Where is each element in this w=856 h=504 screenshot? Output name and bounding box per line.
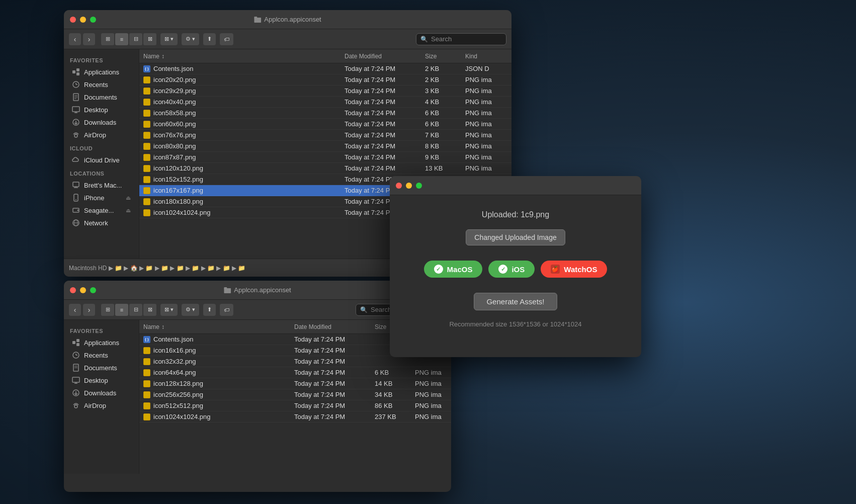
sidebar-item-iphone-top[interactable]: iPhone ⏏ — [66, 192, 137, 204]
close-button-top[interactable] — [70, 17, 76, 23]
finder-title-text-top: Applcon.appiconset — [264, 16, 321, 23]
minimize-button-bottom[interactable] — [80, 287, 86, 293]
view-icon-top[interactable]: ⊞ — [101, 33, 114, 45]
toolbar-top: ‹ › ⊞ ≡ ⊟ ⊠ ⊠ ▾ ⚙ ▾ ⬆ 🏷 🔍 Search — [64, 29, 511, 49]
view-gallery-top[interactable]: ⊠ — [143, 33, 156, 45]
change-image-button[interactable]: Changed Uploaded Image — [466, 229, 565, 245]
table-row[interactable]: icon32x32.png Today at 7:24 PM — [139, 356, 451, 367]
nav-buttons-bottom[interactable]: ‹ › — [69, 304, 95, 316]
col-size-top[interactable]: Size — [421, 49, 461, 63]
table-row[interactable]: icon76x76.png Today at 7:24 PM 7 KB PNG … — [139, 130, 511, 141]
forward-button-bottom[interactable]: › — [83, 304, 95, 316]
table-row[interactable]: icon20x20.png Today at 7:24 PM 2 KB PNG … — [139, 74, 511, 86]
sidebar-item-recents-bottom[interactable]: Recents — [66, 349, 137, 361]
maximize-button-bottom[interactable] — [90, 287, 96, 293]
minimize-button-app[interactable] — [406, 183, 412, 189]
search-bar-top[interactable]: 🔍 Search — [416, 33, 506, 45]
sidebar-item-seagate-top[interactable]: Seagate... ⏏ — [66, 204, 137, 216]
file-name-cell: icon64x64.png — [139, 369, 290, 376]
search-placeholder-bottom: Search — [371, 306, 391, 313]
table-row[interactable]: icon64x64.png Today at 7:24 PM 6 KB PNG … — [139, 367, 451, 378]
view-buttons-top[interactable]: ⊞ ≡ ⊟ ⊠ — [101, 33, 156, 45]
watchos-button[interactable]: 🍎 WatchOS — [541, 261, 607, 278]
sidebar-item-recents-top[interactable]: Recents — [66, 78, 137, 91]
view-list-bottom[interactable]: ≡ — [115, 304, 128, 316]
view-icon-bottom[interactable]: ⊞ — [101, 304, 114, 316]
eject-icon-iphone-top[interactable]: ⏏ — [126, 195, 131, 201]
file-name-cell: icon167x167.png — [139, 187, 340, 194]
table-row[interactable]: icon256x256.png Today at 7:24 PM 34 KB P… — [139, 389, 451, 400]
tag-button-top[interactable]: 🏷 — [220, 33, 233, 45]
folder-icon-title — [254, 16, 261, 23]
forward-button-top[interactable]: › — [83, 33, 95, 45]
table-row[interactable]: icon40x40.png Today at 7:24 PM 4 KB PNG … — [139, 97, 511, 108]
table-row[interactable]: icon29x29.png Today at 7:24 PM 3 KB PNG … — [139, 86, 511, 97]
col-kind-top[interactable]: Kind — [461, 49, 511, 63]
sidebar-item-applications-bottom[interactable]: Applications — [66, 337, 137, 349]
sidebar-item-applications-top[interactable]: Applications — [66, 66, 137, 78]
col-modified-top[interactable]: Date Modified — [340, 49, 421, 63]
minimize-button-top[interactable] — [80, 17, 86, 23]
desktop-icon-top — [72, 106, 80, 114]
view-list-top[interactable]: ≡ — [115, 33, 128, 45]
close-button-bottom[interactable] — [70, 287, 76, 293]
table-row[interactable]: icon120x120.png Today at 7:24 PM 13 KB P… — [139, 163, 511, 174]
gear-button-top[interactable]: ⚙ ▾ — [182, 33, 199, 45]
file-name-cell: icon120x120.png — [139, 164, 340, 172]
sidebar-item-airdrop-top[interactable]: AirDrop — [66, 129, 137, 141]
view-options-top[interactable]: ⊠ ▾ — [160, 33, 178, 45]
macos-button[interactable]: ✓ MacOS — [424, 261, 483, 278]
view-gallery-bottom[interactable]: ⊠ — [143, 304, 156, 316]
traffic-lights-bottom[interactable] — [70, 287, 96, 293]
view-column-top[interactable]: ⊟ — [129, 33, 142, 45]
ios-label: iOS — [511, 265, 525, 274]
sidebar-item-bretsmac-top[interactable]: Brett's Mac... — [66, 179, 137, 191]
share-button-bottom[interactable]: ⬆ — [203, 304, 216, 316]
eject-icon-seagate-top[interactable]: ⏏ — [126, 207, 131, 214]
sidebar-item-downloads-bottom[interactable]: Downloads — [66, 387, 137, 399]
traffic-lights-top[interactable] — [70, 17, 96, 23]
back-button-top[interactable]: ‹ — [69, 33, 81, 45]
sidebar-item-airdrop-bottom[interactable]: AirDrop — [66, 399, 137, 411]
gear-button-bottom[interactable]: ⚙ ▾ — [182, 304, 199, 316]
table-row[interactable]: icon58x58.png Today at 7:24 PM 6 KB PNG … — [139, 108, 511, 119]
platform-buttons: ✓ MacOS ✓ iOS 🍎 WatchOS — [424, 261, 608, 278]
macos-check-icon: ✓ — [434, 265, 443, 274]
col-modified-bottom[interactable]: Date Modified — [290, 320, 371, 333]
table-row[interactable]: icon87x87.png Today at 7:24 PM 9 KB PNG … — [139, 152, 511, 163]
view-column-bottom[interactable]: ⊟ — [129, 304, 142, 316]
table-row[interactable]: icon128x128.png Today at 7:24 PM 14 KB P… — [139, 378, 451, 389]
sidebar-item-documents-top[interactable]: Documents — [66, 91, 137, 103]
share-button-top[interactable]: ⬆ — [203, 33, 216, 45]
watchos-check-icon: 🍎 — [551, 265, 560, 274]
file-size-cell: 6 KB — [371, 369, 411, 376]
sidebar-item-desktop-bottom[interactable]: Desktop — [66, 374, 137, 386]
col-name-top[interactable]: Name ↕ — [139, 49, 340, 63]
table-row[interactable]: icon80x80.png Today at 7:24 PM 8 KB PNG … — [139, 141, 511, 152]
sidebar-item-downloads-top[interactable]: Downloads — [66, 116, 137, 128]
table-row[interactable]: icon512x512.png Today at 7:24 PM 86 KB P… — [139, 400, 451, 411]
close-button-app[interactable] — [396, 183, 402, 189]
table-row[interactable]: icon60x60.png Today at 7:24 PM 6 KB PNG … — [139, 119, 511, 130]
table-row[interactable]: icon1024x1024.png Today at 7:24 PM 237 K… — [139, 411, 451, 423]
sidebar-item-icloud-top[interactable]: iCloud Drive — [66, 154, 137, 166]
sidebar-item-desktop-top[interactable]: Desktop — [66, 104, 137, 116]
tag-button-bottom[interactable]: 🏷 — [220, 304, 233, 316]
sidebar-item-documents-bottom[interactable]: Documents — [66, 362, 137, 374]
sidebar-item-network-top[interactable]: Network — [66, 217, 137, 229]
file-modified-cell: Today at 7:24 PM — [290, 358, 371, 365]
seagate-icon-top — [72, 206, 80, 214]
table-row[interactable]: { } Contents.json Today at 7:24 PM 2 KB … — [139, 63, 511, 74]
svg-rect-4 — [76, 72, 79, 75]
maximize-button-app[interactable] — [416, 183, 422, 189]
generate-assets-button[interactable]: Generate Assets! — [474, 293, 557, 310]
traffic-lights-app[interactable] — [396, 183, 422, 189]
view-buttons-bottom[interactable]: ⊞ ≡ ⊟ ⊠ — [101, 304, 156, 316]
ios-button[interactable]: ✓ iOS — [488, 261, 535, 278]
maximize-button-top[interactable] — [90, 17, 96, 23]
col-name-bottom[interactable]: Name ↕ — [139, 320, 290, 333]
back-button-bottom[interactable]: ‹ — [69, 304, 81, 316]
app-control-window[interactable]: Uploaded: 1c9.png Changed Uploaded Image… — [390, 176, 641, 357]
nav-buttons-top[interactable]: ‹ › — [69, 33, 95, 45]
view-options-bottom[interactable]: ⊠ ▾ — [160, 304, 178, 316]
